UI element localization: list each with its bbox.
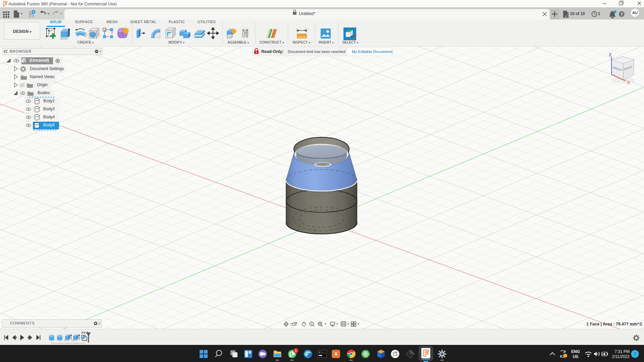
svg-text:US: US [573, 354, 579, 359]
svg-text:Z: Z [609, 52, 611, 57]
svg-text:7:31 PM: 7:31 PM [614, 349, 630, 354]
svg-text:2/11/2022: 2/11/2022 [612, 354, 630, 359]
svg-text:ENG: ENG [571, 349, 580, 354]
svg-text:C:\_: C:\_ [319, 351, 325, 354]
svg-text:7: 7 [634, 352, 636, 357]
svg-text:?: ? [621, 12, 623, 17]
svg-text:X: X [627, 80, 630, 85]
svg-text:1: 1 [295, 349, 297, 353]
svg-text:X: X [334, 351, 338, 357]
